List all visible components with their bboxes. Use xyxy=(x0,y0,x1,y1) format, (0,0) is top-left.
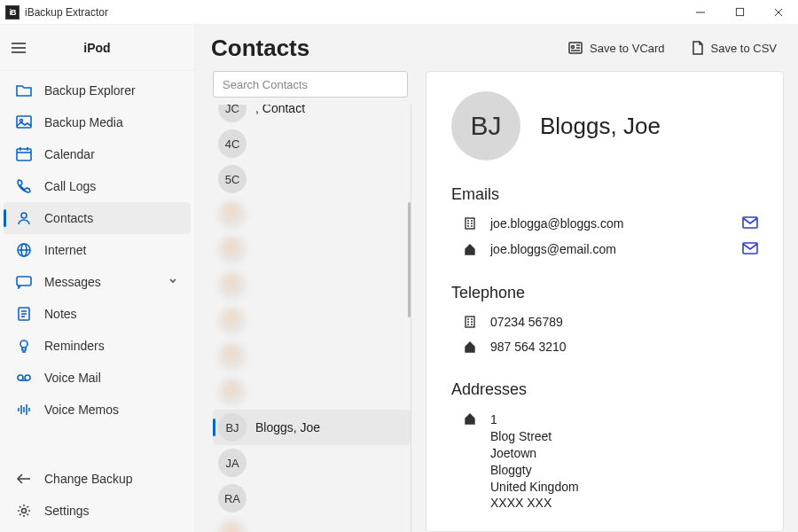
svg-rect-17 xyxy=(17,277,31,286)
maximize-button[interactable] xyxy=(720,0,759,25)
sidebar-item-settings[interactable]: Settings xyxy=(4,495,191,527)
app-title: iBackup Extractor xyxy=(25,6,108,19)
scrollbar-thumb[interactable] xyxy=(408,202,411,317)
content: Contacts Save to VCard Save to CSV xyxy=(195,25,798,532)
svg-rect-39 xyxy=(466,218,474,229)
section-title: Emails xyxy=(451,185,758,204)
list-item[interactable]: 4C xyxy=(213,126,411,161)
list-item[interactable] xyxy=(213,339,411,374)
save-csv-button[interactable]: Save to CSV xyxy=(686,37,782,59)
list-item-selected[interactable]: BJ Bloggs, Joe xyxy=(213,410,411,445)
avatar: JC xyxy=(218,105,246,122)
chevron-down-icon xyxy=(168,275,178,289)
home-icon xyxy=(464,243,478,255)
sidebar-item-label: Voice Memos xyxy=(44,403,119,417)
globe-icon xyxy=(16,243,32,257)
sidebar-item-label: Backup Explorer xyxy=(44,83,136,98)
svg-point-35 xyxy=(572,46,575,49)
addresses-section: Addresses 1 Blog Street Joetown Bloggty … xyxy=(451,380,758,519)
svg-rect-7 xyxy=(17,116,31,128)
sidebar-item-messages[interactable]: Messages xyxy=(4,266,191,298)
titlebar: iB iBackup Extractor xyxy=(0,0,798,25)
sidebar-item-notes[interactable]: Notes xyxy=(4,298,191,330)
sidebar-header: iPod xyxy=(0,25,194,71)
contact-detail-card: BJ Bloggs, Joe Emails joe.blogga@bloggs.… xyxy=(426,71,784,532)
tel-field: 07234 56789 xyxy=(451,311,758,336)
sidebar-item-label: Reminders xyxy=(44,339,105,353)
list-item[interactable]: JC , Contact xyxy=(213,105,411,126)
home-icon xyxy=(464,412,478,425)
svg-rect-9 xyxy=(17,149,31,160)
sidebar-item-voice-mail[interactable]: Voice Mail xyxy=(4,362,191,394)
svg-point-33 xyxy=(22,509,27,513)
list-item[interactable] xyxy=(213,303,411,339)
avatar: RA xyxy=(218,484,246,512)
telephone-section: Telephone 07234 56789 987 564 3210 xyxy=(451,284,758,361)
list-item[interactable]: 5C xyxy=(213,161,411,197)
contact-list[interactable]: JC , Contact 4C 5C xyxy=(213,105,411,532)
avatar xyxy=(218,236,246,264)
home-icon xyxy=(464,340,478,353)
gear-icon xyxy=(16,504,32,518)
voicemail-icon xyxy=(16,371,32,385)
email-field: joe.bloggs@email.com xyxy=(451,239,758,264)
sidebar-item-call-logs[interactable]: Call Logs xyxy=(4,170,191,202)
avatar xyxy=(218,200,246,229)
sidebar-item-backup-media[interactable]: Backup Media xyxy=(4,106,191,138)
svg-point-22 xyxy=(20,340,27,348)
hamburger-icon[interactable] xyxy=(11,42,37,54)
back-arrow-icon xyxy=(16,472,32,486)
minimize-button[interactable] xyxy=(681,0,720,25)
save-vcard-button[interactable]: Save to VCard xyxy=(563,38,670,59)
mail-icon[interactable] xyxy=(742,242,758,257)
phone-icon xyxy=(16,179,32,193)
sidebar-item-change-backup[interactable]: Change Backup xyxy=(4,463,191,495)
list-item[interactable] xyxy=(213,232,411,268)
avatar xyxy=(218,271,246,300)
tel-field: 987 564 3210 xyxy=(451,336,758,361)
save-csv-label: Save to CSV xyxy=(711,42,777,55)
emails-section: Emails joe.blogga@bloggs.com joe.bloggs@… xyxy=(451,185,758,264)
message-icon xyxy=(16,275,32,289)
list-item[interactable] xyxy=(213,197,411,232)
contact-name: , Contact xyxy=(255,105,305,115)
content-header: Contacts Save to VCard Save to CSV xyxy=(195,25,798,71)
file-icon xyxy=(692,41,704,55)
sidebar-item-calendar[interactable]: Calendar xyxy=(4,138,191,170)
folder-icon xyxy=(16,83,32,98)
avatar xyxy=(218,520,246,532)
list-item[interactable] xyxy=(213,268,411,303)
tel-value: 987 564 3210 xyxy=(490,340,758,354)
contact-name: Bloggs, Joe xyxy=(255,420,320,434)
sidebar: iPod Backup Explorer Backup Media Calend… xyxy=(0,25,195,532)
address-value: 1 Blog Street Joetown Bloggty United Kin… xyxy=(490,411,758,512)
email-value: joe.bloggs@email.com xyxy=(490,242,730,256)
sidebar-item-label: Call Logs xyxy=(44,179,96,193)
sidebar-item-label: Messages xyxy=(44,275,101,289)
list-item[interactable]: RA xyxy=(213,481,411,516)
email-value: joe.blogga@bloggs.com xyxy=(490,216,730,231)
list-item[interactable] xyxy=(213,516,411,532)
sidebar-item-reminders[interactable]: Reminders xyxy=(4,330,191,362)
avatar xyxy=(218,342,246,371)
sidebar-item-backup-explorer[interactable]: Backup Explorer xyxy=(4,74,191,106)
sidebar-item-contacts[interactable]: Contacts xyxy=(4,202,191,234)
sidebar-item-voice-memos[interactable]: Voice Memos xyxy=(4,394,191,426)
sidebar-item-label: Settings xyxy=(44,504,90,518)
mail-icon[interactable] xyxy=(742,216,758,231)
tel-value: 07234 56789 xyxy=(490,315,758,329)
sidebar-item-internet[interactable]: Internet xyxy=(4,234,191,266)
building-icon xyxy=(464,316,478,328)
section-title: Addresses xyxy=(451,380,758,399)
image-icon xyxy=(16,115,32,129)
list-item[interactable]: JA xyxy=(213,445,411,481)
contacts-icon xyxy=(16,211,32,225)
avatar xyxy=(218,378,246,406)
close-button[interactable] xyxy=(759,0,798,25)
sidebar-item-label: Contacts xyxy=(44,211,93,225)
search-input[interactable] xyxy=(213,71,408,98)
svg-point-25 xyxy=(25,375,30,380)
save-vcard-label: Save to VCard xyxy=(590,42,665,55)
detail-name: Bloggs, Joe xyxy=(540,113,661,140)
list-item[interactable] xyxy=(213,374,411,410)
